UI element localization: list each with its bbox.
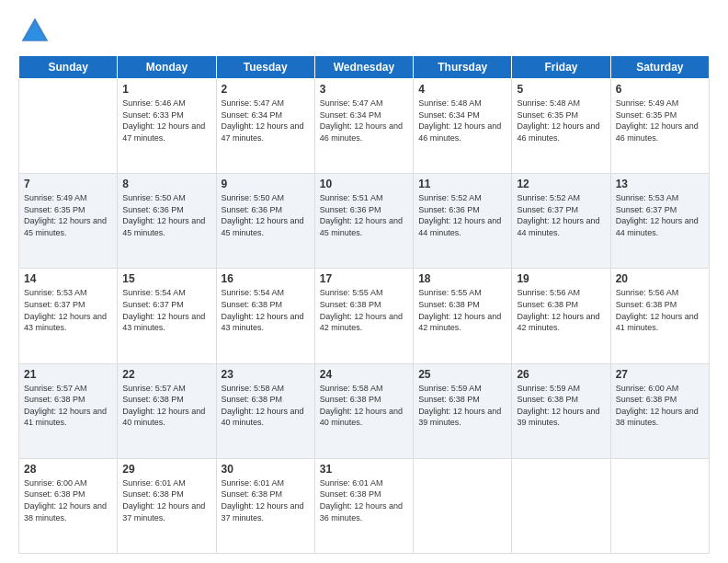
day-number: 14 — [24, 272, 112, 285]
day-info: Sunrise: 5:46 AM Sunset: 6:33 PM Dayligh… — [122, 98, 210, 144]
day-number: 8 — [122, 178, 210, 190]
day-info: Sunrise: 5:56 AM Sunset: 6:38 PM Dayligh… — [616, 287, 704, 333]
day-number: 13 — [616, 178, 704, 190]
day-info: Sunrise: 5:52 AM Sunset: 6:37 PM Dayligh… — [517, 192, 605, 238]
calendar-cell — [19, 79, 118, 174]
calendar-cell: 24Sunrise: 5:58 AM Sunset: 6:38 PM Dayli… — [314, 363, 413, 458]
day-info: Sunrise: 5:48 AM Sunset: 6:35 PM Dayligh… — [517, 98, 605, 144]
day-number: 20 — [616, 272, 704, 285]
day-info: Sunrise: 5:58 AM Sunset: 6:38 PM Dayligh… — [222, 383, 310, 429]
day-info: Sunrise: 5:56 AM Sunset: 6:38 PM Dayligh… — [517, 287, 605, 333]
day-info: Sunrise: 5:53 AM Sunset: 6:37 PM Dayligh… — [24, 287, 112, 333]
day-info: Sunrise: 6:01 AM Sunset: 6:38 PM Dayligh… — [320, 477, 408, 523]
calendar-cell: 20Sunrise: 5:56 AM Sunset: 6:38 PM Dayli… — [610, 269, 709, 363]
day-number: 29 — [122, 463, 210, 476]
day-info: Sunrise: 5:51 AM Sunset: 6:36 PM Dayligh… — [320, 192, 408, 238]
day-info: Sunrise: 5:55 AM Sunset: 6:38 PM Dayligh… — [320, 287, 408, 333]
calendar-header-saturday: Saturday — [610, 56, 709, 79]
calendar-cell: 17Sunrise: 5:55 AM Sunset: 6:38 PM Dayli… — [314, 269, 413, 363]
day-number: 18 — [418, 272, 506, 285]
calendar-cell: 31Sunrise: 6:01 AM Sunset: 6:38 PM Dayli… — [314, 458, 413, 553]
day-info: Sunrise: 5:57 AM Sunset: 6:38 PM Dayligh… — [122, 383, 210, 429]
calendar-cell: 14Sunrise: 5:53 AM Sunset: 6:37 PM Dayli… — [19, 269, 118, 363]
day-number: 31 — [320, 463, 408, 476]
calendar-cell: 9Sunrise: 5:50 AM Sunset: 6:36 PM Daylig… — [216, 174, 314, 269]
day-info: Sunrise: 5:47 AM Sunset: 6:34 PM Dayligh… — [222, 98, 310, 144]
calendar-cell: 4Sunrise: 5:48 AM Sunset: 6:34 PM Daylig… — [414, 79, 512, 174]
day-info: Sunrise: 5:52 AM Sunset: 6:36 PM Dayligh… — [418, 192, 506, 238]
day-number: 26 — [517, 368, 605, 381]
day-info: Sunrise: 5:49 AM Sunset: 6:35 PM Dayligh… — [616, 98, 704, 144]
day-info: Sunrise: 5:59 AM Sunset: 6:38 PM Dayligh… — [418, 383, 506, 429]
day-number: 24 — [320, 368, 408, 381]
day-number: 12 — [517, 178, 605, 190]
calendar-cell: 23Sunrise: 5:58 AM Sunset: 6:38 PM Dayli… — [216, 363, 314, 458]
day-number: 16 — [222, 272, 310, 285]
calendar-header-monday: Monday — [118, 56, 216, 79]
day-info: Sunrise: 5:57 AM Sunset: 6:38 PM Dayligh… — [24, 383, 112, 429]
calendar-cell: 16Sunrise: 5:54 AM Sunset: 6:38 PM Dayli… — [216, 269, 314, 363]
calendar-cell: 21Sunrise: 5:57 AM Sunset: 6:38 PM Dayli… — [19, 363, 118, 458]
calendar-week-row: 21Sunrise: 5:57 AM Sunset: 6:38 PM Dayli… — [19, 363, 710, 458]
day-number: 3 — [320, 83, 408, 96]
day-number: 21 — [24, 368, 112, 381]
calendar-cell — [512, 458, 610, 553]
calendar-cell — [414, 458, 512, 553]
day-info: Sunrise: 6:01 AM Sunset: 6:38 PM Dayligh… — [222, 477, 310, 523]
day-number: 30 — [222, 463, 310, 476]
calendar-cell: 10Sunrise: 5:51 AM Sunset: 6:36 PM Dayli… — [314, 174, 413, 269]
calendar-cell: 29Sunrise: 6:01 AM Sunset: 6:38 PM Dayli… — [118, 458, 216, 553]
calendar-cell: 28Sunrise: 6:00 AM Sunset: 6:38 PM Dayli… — [19, 458, 118, 553]
day-number: 22 — [122, 368, 210, 381]
day-number: 6 — [616, 83, 704, 96]
calendar-table: SundayMondayTuesdayWednesdayThursdayFrid… — [18, 55, 710, 554]
day-number: 7 — [24, 178, 112, 190]
day-number: 17 — [320, 272, 408, 285]
calendar-cell: 15Sunrise: 5:54 AM Sunset: 6:37 PM Dayli… — [118, 269, 216, 363]
day-number: 25 — [418, 368, 506, 381]
day-number: 4 — [418, 83, 506, 96]
day-number: 9 — [222, 178, 310, 190]
calendar-cell: 30Sunrise: 6:01 AM Sunset: 6:38 PM Dayli… — [216, 458, 314, 553]
day-info: Sunrise: 5:54 AM Sunset: 6:37 PM Dayligh… — [122, 287, 210, 333]
calendar-cell — [610, 458, 709, 553]
calendar-cell: 18Sunrise: 5:55 AM Sunset: 6:38 PM Dayli… — [414, 269, 512, 363]
day-number: 10 — [320, 178, 408, 190]
calendar-header-sunday: Sunday — [19, 56, 118, 79]
day-number: 2 — [222, 83, 310, 96]
calendar-cell: 3Sunrise: 5:47 AM Sunset: 6:34 PM Daylig… — [314, 79, 413, 174]
day-number: 23 — [222, 368, 310, 381]
day-number: 11 — [418, 178, 506, 190]
calendar-header-friday: Friday — [512, 56, 610, 79]
day-info: Sunrise: 6:01 AM Sunset: 6:38 PM Dayligh… — [122, 477, 210, 523]
calendar-week-row: 14Sunrise: 5:53 AM Sunset: 6:37 PM Dayli… — [19, 269, 710, 363]
calendar-cell: 8Sunrise: 5:50 AM Sunset: 6:36 PM Daylig… — [118, 174, 216, 269]
calendar-week-row: 1Sunrise: 5:46 AM Sunset: 6:33 PM Daylig… — [19, 79, 710, 174]
day-info: Sunrise: 5:49 AM Sunset: 6:35 PM Dayligh… — [24, 192, 112, 238]
day-number: 19 — [517, 272, 605, 285]
calendar-cell: 12Sunrise: 5:52 AM Sunset: 6:37 PM Dayli… — [512, 174, 610, 269]
calendar-cell: 7Sunrise: 5:49 AM Sunset: 6:35 PM Daylig… — [19, 174, 118, 269]
calendar-header-row: SundayMondayTuesdayWednesdayThursdayFrid… — [19, 56, 710, 79]
day-number: 28 — [24, 463, 112, 476]
day-info: Sunrise: 5:48 AM Sunset: 6:34 PM Dayligh… — [418, 98, 506, 144]
day-info: Sunrise: 5:54 AM Sunset: 6:38 PM Dayligh… — [222, 287, 310, 333]
calendar-cell: 22Sunrise: 5:57 AM Sunset: 6:38 PM Dayli… — [118, 363, 216, 458]
calendar-cell: 27Sunrise: 6:00 AM Sunset: 6:38 PM Dayli… — [610, 363, 709, 458]
day-number: 1 — [122, 83, 210, 96]
calendar-cell: 26Sunrise: 5:59 AM Sunset: 6:38 PM Dayli… — [512, 363, 610, 458]
logo — [18, 15, 55, 48]
day-info: Sunrise: 6:00 AM Sunset: 6:38 PM Dayligh… — [24, 477, 112, 523]
day-number: 27 — [616, 368, 704, 381]
day-number: 15 — [122, 272, 210, 285]
day-info: Sunrise: 5:50 AM Sunset: 6:36 PM Dayligh… — [122, 192, 210, 238]
day-info: Sunrise: 5:59 AM Sunset: 6:38 PM Dayligh… — [517, 383, 605, 429]
day-number: 5 — [517, 83, 605, 96]
calendar-cell: 19Sunrise: 5:56 AM Sunset: 6:38 PM Dayli… — [512, 269, 610, 363]
calendar-cell: 25Sunrise: 5:59 AM Sunset: 6:38 PM Dayli… — [414, 363, 512, 458]
header — [18, 15, 710, 48]
day-info: Sunrise: 5:53 AM Sunset: 6:37 PM Dayligh… — [616, 192, 704, 238]
calendar-cell: 5Sunrise: 5:48 AM Sunset: 6:35 PM Daylig… — [512, 79, 610, 174]
calendar-week-row: 7Sunrise: 5:49 AM Sunset: 6:35 PM Daylig… — [19, 174, 710, 269]
logo-icon — [18, 15, 51, 48]
